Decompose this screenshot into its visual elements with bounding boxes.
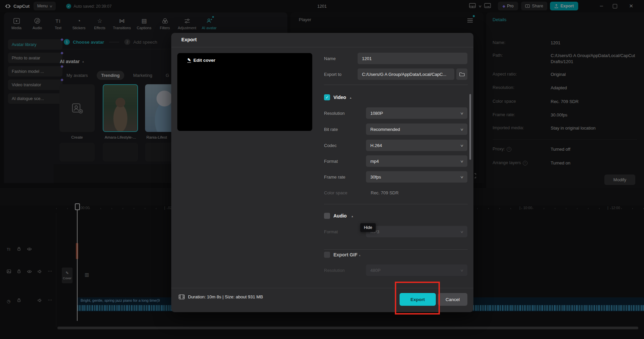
export-to-label: Export to: [324, 72, 341, 77]
audio-checkbox[interactable]: [324, 213, 330, 219]
audio-section-label: Audio: [333, 213, 347, 219]
cover-preview[interactable]: ✎ Edit cover: [177, 53, 312, 131]
name-input[interactable]: 1201: [358, 53, 467, 64]
export-gif-checkbox[interactable]: [324, 252, 330, 258]
divider: [324, 85, 468, 85]
frame-rate-label: Frame rate: [324, 175, 346, 180]
export-path-input[interactable]: C:/Users/G A Group/AppData/Local/CapC...: [358, 68, 454, 80]
resolution-select[interactable]: 1080P∨: [366, 107, 467, 119]
cancel-button[interactable]: Cancel: [438, 293, 467, 306]
collapse-icon[interactable]: ▴: [350, 96, 352, 99]
chevron-down-icon: ∨: [460, 269, 464, 272]
dialog-scrollbar[interactable]: [469, 94, 471, 160]
app-window: CapCut Menu∨ ✓ Auto saved: 20:39:07 1201…: [0, 0, 644, 339]
chevron-down-icon: ∨: [460, 230, 464, 234]
dialog-title: Export: [181, 37, 197, 42]
gif-section-label: Export GIF: [333, 252, 358, 257]
bitrate-label: Bit rate: [324, 127, 338, 132]
audio-format-label: Format: [324, 229, 338, 234]
codec-label: Codec: [324, 143, 337, 148]
export-summary: Duration: 10m 8s | Size: about 931 MB: [179, 294, 263, 299]
chevron-down-icon: ∨: [460, 111, 464, 115]
collapse-icon[interactable]: ▴: [352, 214, 353, 218]
format-label: Format: [324, 159, 338, 164]
chevron-down-icon: ∨: [460, 144, 464, 147]
gif-resolution-label: Resolution: [324, 268, 344, 273]
name-label: Name: [324, 56, 336, 61]
codec-select[interactable]: H.264∨: [366, 140, 467, 151]
folder-icon: [459, 72, 465, 77]
video-checkbox[interactable]: ✓: [324, 94, 330, 100]
bitrate-select[interactable]: Recommended∨: [366, 124, 467, 135]
chevron-down-icon: ∨: [460, 159, 464, 163]
browse-folder-button[interactable]: [456, 68, 467, 80]
gif-resolution-select[interactable]: 480P∨: [366, 264, 467, 276]
edit-cover-button[interactable]: ✎ Edit cover: [187, 58, 215, 63]
edit-icon: ✎: [187, 58, 191, 63]
color-space-label: Color space: [324, 190, 347, 195]
format-select[interactable]: mp4∨: [366, 155, 467, 167]
audio-format-select[interactable]: MP3∨: [366, 226, 467, 237]
divider: [324, 204, 468, 204]
annotation-highlight-box: [395, 282, 440, 314]
chevron-down-icon: ∨: [460, 128, 464, 131]
export-dialog: Export ✎ Edit cover Name 1201 Export to …: [171, 33, 473, 312]
divider: [171, 47, 473, 47]
color-space-value: Rec. 709 SDR: [371, 190, 399, 195]
chevron-down-icon: ∨: [460, 175, 464, 179]
hide-tooltip: Hide: [360, 223, 376, 232]
divider: [324, 249, 468, 250]
resolution-label: Resolution: [324, 111, 344, 116]
video-section-label: Video: [333, 95, 346, 100]
collapse-icon[interactable]: ▴: [359, 253, 361, 257]
film-icon: [179, 294, 185, 299]
frame-rate-select[interactable]: 30fps∨: [366, 171, 467, 183]
